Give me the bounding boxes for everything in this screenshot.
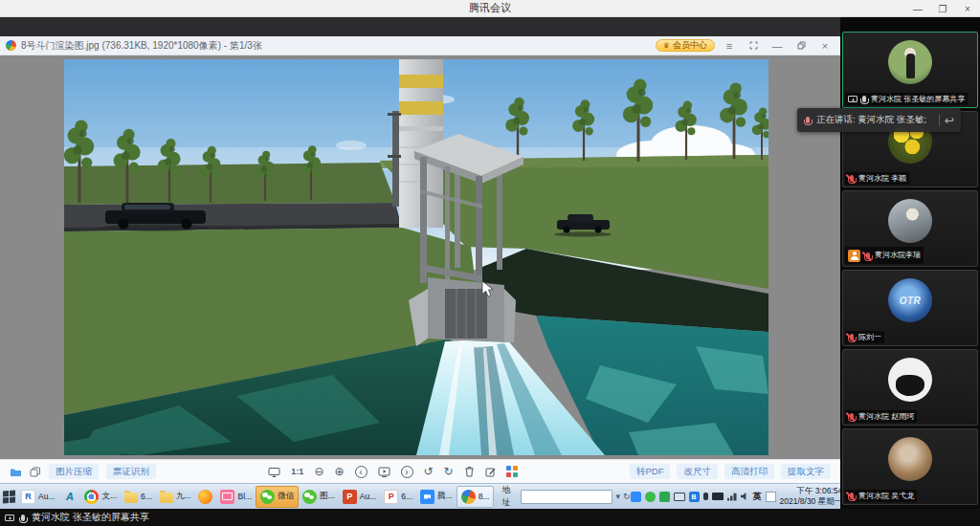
vip-center-badge[interactable]: ♛ 会员中心	[656, 39, 715, 52]
next-image-button[interactable]: ›	[401, 466, 413, 478]
participant-tile[interactable]: OTR 陈刘一	[842, 270, 978, 346]
meeting-title: 腾讯会议	[469, 1, 511, 15]
start-button[interactable]	[3, 486, 15, 507]
shared-screen-top-strip	[0, 17, 840, 36]
more-apps-button[interactable]	[506, 466, 518, 477]
address-dropdown-icon[interactable]: ▾	[615, 492, 620, 501]
taskbar-app-photo-viewer[interactable]: 8...	[457, 486, 495, 508]
avatar: OTR	[888, 278, 932, 322]
participant-label: 黄河水院 赵雨珂	[845, 410, 917, 423]
participant-label: 黄河水院李瑞	[845, 247, 924, 264]
zoom-in-button[interactable]: ⊕	[334, 466, 344, 477]
tray-network-icon[interactable]	[727, 493, 737, 501]
taskbar-app-pdf[interactable]: P6...	[380, 486, 416, 508]
taskbar-app-wechat[interactable]: 微信	[256, 486, 299, 508]
rendered-image-8hao-doumen[interactable]	[64, 59, 768, 455]
minimize-button[interactable]: —	[905, 0, 930, 17]
viewer-minimize-button[interactable]: —	[768, 37, 787, 55]
address-go-icon[interactable]: ↻	[623, 492, 631, 501]
restore-button[interactable]: ❐	[930, 0, 955, 17]
ime-panel-icon[interactable]	[766, 492, 776, 502]
taskbar-app-folder-6[interactable]: 6...	[121, 486, 156, 508]
actual-size-button[interactable]: 1:1	[291, 468, 303, 476]
taskbar-app-folder-jiu[interactable]: 九...	[156, 486, 195, 508]
taskbar-clock[interactable]: 下午 3:06:54 2021/8/30 星期一	[780, 486, 843, 507]
ticket-ocr-button[interactable]: 票证识别	[106, 464, 156, 479]
participant-label: 黄河水院 张圣敏的屏幕共享	[845, 93, 968, 105]
avatar	[888, 358, 932, 402]
participant-tile-sharer[interactable]: 黄河水院 张圣敏的屏幕共享	[842, 32, 978, 108]
participant-label: 陈刘一	[845, 331, 884, 343]
taskbar-app-wechat-image[interactable]: 图...	[299, 486, 339, 508]
close-button[interactable]: ×	[955, 0, 980, 17]
tray-meeting-icon[interactable]	[631, 492, 641, 502]
tray-wechat-icon[interactable]	[645, 492, 656, 502]
taskbar-app-tencent-meeting[interactable]: 腾...	[416, 486, 457, 508]
convert-pdf-button[interactable]: 转PDF	[630, 464, 671, 479]
taskbar-app-autodesk[interactable]: A	[58, 486, 80, 508]
host-badge-icon	[848, 250, 860, 262]
mic-muted-icon	[850, 334, 854, 340]
tray-microphone-icon[interactable]	[703, 493, 708, 500]
viewer-close-button[interactable]: ×	[815, 37, 835, 55]
mic-on-icon	[862, 96, 866, 102]
viewer-menu-button[interactable]: ≡	[720, 37, 739, 55]
chrome-icon	[84, 490, 99, 504]
tray-keyboard-icon[interactable]	[712, 493, 724, 500]
address-toolbar: 地址 ▾ ↻	[501, 484, 630, 509]
copy-image-icon[interactable]	[30, 467, 41, 477]
address-input[interactable]	[521, 490, 612, 504]
tray-volume-icon[interactable]	[741, 493, 749, 501]
previous-image-button[interactable]: ‹	[355, 466, 368, 478]
photo-app-icon	[4, 38, 17, 52]
vip-center-label: 会员中心	[673, 39, 707, 52]
ime-language-indicator[interactable]: 英	[753, 491, 762, 503]
tencent-meeting-icon	[420, 490, 434, 504]
rotate-right-button[interactable]: ↻	[444, 466, 454, 477]
address-label: 地址	[501, 484, 518, 509]
tray-display-icon[interactable]	[674, 493, 685, 501]
hd-print-button[interactable]: 高清打印	[724, 464, 774, 479]
zoom-out-button[interactable]: ⊖	[314, 466, 323, 477]
taskbar-app-chrome[interactable]: 文...	[80, 486, 121, 508]
compress-image-button[interactable]: 图片压缩	[49, 464, 99, 479]
speaking-mic-icon	[806, 117, 810, 123]
wechat-icon	[302, 490, 317, 504]
clock-time: 下午 3:06:54	[796, 486, 842, 495]
participant-name: 黄河水院 赵雨珂	[858, 413, 914, 421]
tray-green-app-icon[interactable]	[659, 492, 670, 502]
taskbar-app-bilibili[interactable]: Bl...	[216, 486, 256, 508]
edit-image-button[interactable]	[485, 467, 496, 477]
participants-panel: 黄河水院 张圣敏的屏幕共享 黄河水院 李颖 黄河水院李瑞 OTR	[840, 17, 980, 509]
share-banner-text: 黄河水院 张圣敏的屏幕共享	[32, 511, 149, 524]
resize-button[interactable]: 改尺寸	[677, 464, 718, 479]
mic-on-icon	[21, 515, 25, 521]
fit-screen-button[interactable]	[268, 467, 280, 477]
participant-tile[interactable]: 黄河水院李瑞	[842, 190, 978, 267]
participant-label: 黄河水院 李颖	[845, 172, 909, 185]
slideshow-button[interactable]	[378, 467, 390, 477]
viewer-fullscreen-button[interactable]	[744, 37, 763, 55]
windows-logo-icon	[3, 490, 15, 503]
rotate-left-button[interactable]: ↺	[424, 466, 434, 477]
taskbar-app-revit[interactable]: RAu...	[17, 486, 58, 508]
meeting-titlebar: 腾讯会议 — ❐ ×	[0, 0, 980, 17]
viewer-restore-button[interactable]	[791, 37, 811, 55]
open-folder-icon[interactable]	[10, 467, 22, 477]
system-tray: B 英	[631, 491, 776, 503]
taskbar-app-powerpoint[interactable]: PAu...	[339, 486, 380, 508]
participant-name: 陈刘一	[858, 334, 881, 341]
shared-screen: 8号斗门渲染图.jpg (736.31KB, 1920*1080像素) - 第1…	[0, 17, 840, 509]
viewer-toolbar: 图片压缩 票证识别 1:1 ⊖ ⊕ ‹ › ↺ ↻	[0, 459, 840, 483]
avatar	[888, 199, 932, 243]
window-controls: — ❐ ×	[905, 0, 980, 17]
delete-image-button[interactable]	[464, 466, 475, 477]
avatar	[888, 40, 932, 84]
participant-tile[interactable]: 黄河水院 赵雨珂	[842, 349, 978, 426]
image-canvas[interactable]	[0, 55, 840, 459]
reply-arrow-icon[interactable]: ↩	[945, 115, 954, 126]
tray-bluetooth-icon[interactable]: B	[689, 492, 700, 502]
extract-text-button[interactable]: 提取文字	[781, 464, 831, 479]
taskbar-app-browser-swirl[interactable]	[194, 486, 216, 508]
participant-tile[interactable]: 黄河水院 吴弋龙	[842, 428, 978, 505]
